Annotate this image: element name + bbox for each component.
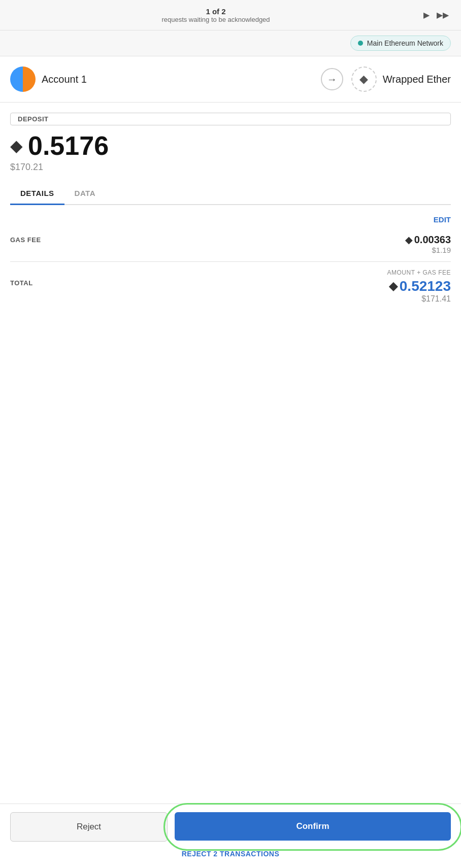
network-badge[interactable]: Main Ethereum Network [350,36,451,51]
app-container: 1 of 2 requests waiting to be acknowledg… [0,0,461,868]
transaction-type-badge: DEPOSIT [10,113,451,125]
total-values: AMOUNT + GAS FEE ◆ 0.52123 $171.41 [387,269,451,304]
gas-fee-values: ◆ 0.00363 $1.19 [405,234,451,254]
token-name: Wrapped Ether [383,74,451,85]
spacer [10,316,451,804]
total-sublabel: AMOUNT + GAS FEE [387,269,451,276]
amount-row: ◆ 0.5176 [10,132,451,159]
arrow-skip-icon[interactable]: ▶▶ [435,8,451,22]
transaction-amount-fiat: $170.21 [10,162,451,173]
arrow-next-icon[interactable]: ▶ [421,8,432,22]
gas-fee-amount: 0.00363 [414,234,451,246]
footer: Reject Confirm REJECT 2 TRANSACTIONS [0,804,461,868]
main-content: DEPOSIT ◆ 0.5176 $170.21 DETAILS DATA ED… [0,103,461,804]
nav-arrows: ▶ ▶▶ [421,8,451,22]
account-row: Account 1 → ◆ Wrapped Ether [0,56,461,103]
requests-count: 1 of 2 [10,7,421,16]
gas-fee-eth: ◆ 0.00363 [405,234,451,246]
confirm-button-wrapper: Confirm [175,812,451,842]
tab-details[interactable]: DETAILS [10,183,64,205]
gas-eth-icon: ◆ [405,235,412,246]
footer-buttons: Reject Confirm [10,812,451,842]
network-dot [358,41,363,46]
gas-fee-fiat: $1.19 [405,246,451,254]
transaction-amount: 0.5176 [28,132,109,159]
details-section: EDIT GAS FEE ◆ 0.00363 $1.19 TOTAL AMOUN… [10,205,451,316]
reject-button[interactable]: Reject [10,812,168,842]
total-amount: 0.52123 [400,278,451,294]
account-name: Account 1 [42,74,313,85]
tab-data[interactable]: DATA [64,183,106,205]
total-label: TOTAL [10,279,33,287]
requests-subtitle: requests waiting to be acknowledged [10,16,421,23]
token-icon: ◆ [351,66,377,92]
network-label: Main Ethereum Network [367,39,443,47]
total-eth-icon: ◆ [389,280,398,293]
total-fiat: $171.41 [387,294,451,304]
edit-link[interactable]: EDIT [10,210,451,224]
reject-all-link[interactable]: REJECT 2 TRANSACTIONS [10,850,451,858]
total-eth: ◆ 0.52123 [387,278,451,294]
requests-info: 1 of 2 requests waiting to be acknowledg… [10,7,421,23]
avatar [10,66,36,92]
total-row: TOTAL AMOUNT + GAS FEE ◆ 0.52123 $171.41 [10,262,451,311]
network-bar: Main Ethereum Network [0,30,461,56]
gas-fee-label: GAS FEE [10,236,41,244]
eth-icon: ◆ [10,136,23,155]
gas-fee-row: GAS FEE ◆ 0.00363 $1.19 [10,227,451,262]
confirm-button[interactable]: Confirm [175,812,451,841]
tabs: DETAILS DATA [10,183,451,205]
transfer-arrow-icon: → [321,68,343,90]
top-bar: 1 of 2 requests waiting to be acknowledg… [0,0,461,30]
